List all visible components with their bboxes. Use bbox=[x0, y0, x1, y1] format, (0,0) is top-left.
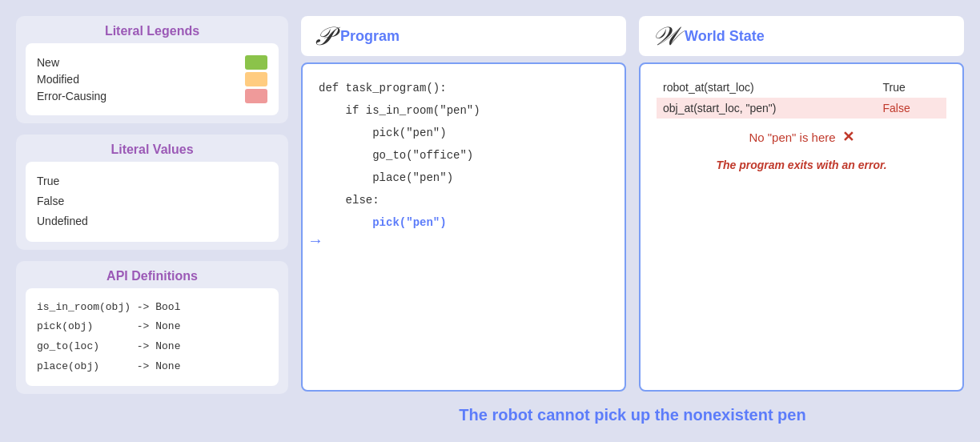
world-icon: 𝒲 bbox=[652, 23, 677, 49]
value-false: False bbox=[37, 191, 267, 211]
legend-row-new: New bbox=[37, 55, 267, 70]
highlighted-line: pick("pen") bbox=[372, 216, 446, 229]
legends-box: New Modified Error-Causing bbox=[26, 43, 279, 115]
value-obj: False bbox=[876, 98, 946, 119]
world-panel: 𝒲 World State robot_at(start_loc) True o… bbox=[639, 16, 964, 392]
legend-color-modified bbox=[245, 72, 267, 86]
left-panel: Literal Legends New Modified Error-Causi… bbox=[16, 16, 288, 426]
api-title: API Definitions bbox=[26, 269, 279, 283]
program-icon: 𝒫 bbox=[314, 23, 332, 49]
legend-color-error bbox=[245, 89, 267, 103]
value-robot: True bbox=[876, 77, 946, 98]
api-section: API Definitions is_in_room(obj) -> Bool … bbox=[16, 261, 288, 395]
values-section: Literal Values True False Undefined bbox=[16, 135, 288, 250]
predicate-obj: obj_at(start_loc, "pen") bbox=[657, 98, 876, 119]
world-header: 𝒲 World State bbox=[639, 16, 964, 56]
world-table: robot_at(start_loc) True obj_at(start_lo… bbox=[657, 77, 946, 119]
value-undefined: Undefined bbox=[37, 211, 267, 231]
program-content: → def task_program(): if is_in_room("pen… bbox=[301, 62, 626, 392]
legend-label-error: Error-Causing bbox=[37, 90, 106, 102]
panels-row: 𝒫 Program → def task_program(): if is_in… bbox=[301, 16, 964, 392]
values-list: True False Undefined bbox=[37, 171, 267, 232]
api-box: is_in_room(obj) -> Bool pick(obj) -> Non… bbox=[26, 288, 279, 387]
no-pen-text: No "pen" is here bbox=[749, 131, 835, 144]
value-true: True bbox=[37, 171, 267, 191]
legend-row-modified: Modified bbox=[37, 72, 267, 86]
legends-section: Literal Legends New Modified Error-Causi… bbox=[16, 16, 288, 123]
bottom-caption: The robot cannot pick up the nonexistent… bbox=[301, 401, 964, 426]
values-title: Literal Values bbox=[26, 143, 279, 157]
values-box: True False Undefined bbox=[26, 162, 279, 242]
program-panel: 𝒫 Program → def task_program(): if is_in… bbox=[301, 16, 626, 392]
no-pen-message: No "pen" is here ✕ bbox=[657, 128, 946, 146]
arrow-indicator: → bbox=[307, 231, 323, 249]
legend-label-new: New bbox=[37, 56, 59, 69]
legend-row-error: Error-Causing bbox=[37, 89, 267, 103]
world-title: World State bbox=[685, 28, 765, 45]
table-row-obj: obj_at(start_loc, "pen") False bbox=[657, 98, 946, 119]
program-header: 𝒫 Program bbox=[301, 16, 626, 56]
right-panel: 𝒫 Program → def task_program(): if is_in… bbox=[301, 16, 964, 426]
table-row-robot: robot_at(start_loc) True bbox=[657, 77, 946, 98]
api-code: is_in_room(obj) -> Bool pick(obj) -> Non… bbox=[37, 298, 267, 377]
program-title: Program bbox=[340, 28, 400, 45]
legends-title: Literal Legends bbox=[26, 24, 279, 38]
legend-label-modified: Modified bbox=[37, 73, 79, 86]
x-mark-icon: ✕ bbox=[842, 128, 854, 146]
error-message: The program exits with an error. bbox=[657, 159, 946, 171]
legend-color-new bbox=[245, 55, 267, 70]
world-content: robot_at(start_loc) True obj_at(start_lo… bbox=[639, 62, 964, 392]
predicate-robot: robot_at(start_loc) bbox=[657, 77, 876, 98]
code-block: def task_program(): if is_in_room("pen")… bbox=[319, 77, 608, 234]
